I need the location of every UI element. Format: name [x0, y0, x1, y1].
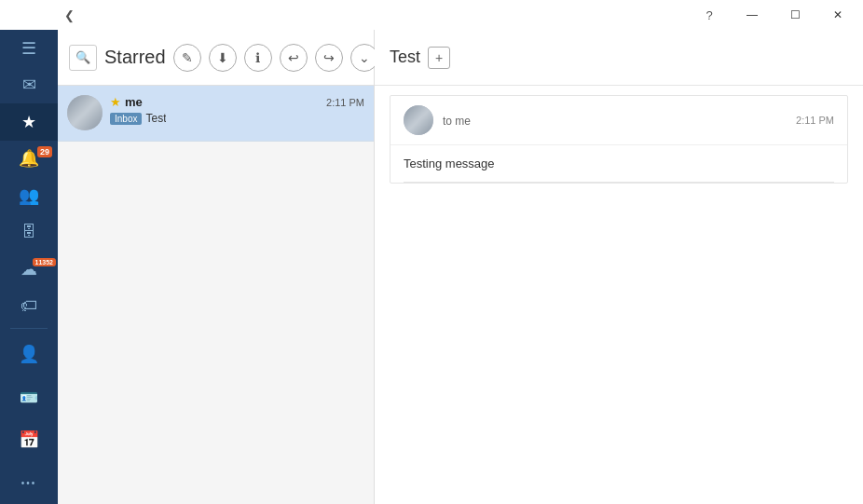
email-sender: me [125, 95, 143, 109]
contact-card-icon: 🪪 [20, 388, 38, 406]
bell-icon: 🔔 [19, 148, 39, 169]
sidebar-item-calendar[interactable]: 📅 [0, 418, 58, 461]
sidebar-item-cloud[interactable]: ☁ 11352 [0, 251, 58, 288]
edit-button[interactable]: ✎ [173, 44, 201, 72]
next-button[interactable]: ↪ [315, 44, 343, 72]
more-icon: ••• [21, 478, 37, 488]
message-avatar [404, 105, 433, 135]
search-box[interactable]: 🔍 [69, 45, 97, 71]
info-button[interactable]: ℹ [244, 44, 272, 72]
sidebar: ☰ ✉ ★ 🔔 29 👥 🗄 ☁ 11352 🏷 👤 [0, 30, 58, 504]
message-divider [404, 182, 834, 183]
sidebar-item-more[interactable]: ••• [0, 461, 58, 504]
email-header-row: ★ me 2:11 PM [110, 95, 364, 109]
middle-panel: 🔍 Starred ✎ ⬇ ℹ ↩ ↪ ⌄ ★ me [58, 30, 375, 504]
message-meta: to me [443, 112, 787, 129]
page-title: Starred [104, 47, 166, 68]
message-to: to me [443, 115, 471, 128]
sidebar-item-person[interactable]: 👤 [0, 333, 58, 375]
sidebar-item-contact-card[interactable]: 🪪 [0, 375, 58, 418]
sidebar-item-inbox[interactable]: ✉ [0, 67, 58, 104]
message-card: to me 2:11 PM Testing message [390, 95, 848, 184]
list-item[interactable]: ★ me 2:11 PM Inbox Test [58, 86, 374, 142]
calendar-icon: 📅 [19, 429, 39, 450]
hamburger-icon: ☰ [21, 38, 36, 59]
email-subject: Test [145, 112, 166, 125]
avatar-blur [404, 105, 433, 135]
tags-icon: 🏷 [21, 296, 37, 316]
email-tags: Inbox Test [110, 112, 364, 125]
sidebar-item-work[interactable]: 🗄 [0, 214, 58, 252]
back-button[interactable]: ❮ [56, 0, 82, 30]
minimize-button[interactable]: — [731, 0, 774, 30]
notification-badge: 29 [37, 146, 52, 157]
right-panel: Test + to me 2:11 PM Testing message [375, 30, 863, 504]
tag-inbox: Inbox [110, 113, 142, 125]
briefcase-icon: 🗄 [21, 224, 36, 240]
message-body: Testing message [390, 145, 847, 182]
avatar [67, 95, 103, 130]
thread-title: Test [390, 48, 420, 67]
title-bar: ❮ ? — ☐ ✕ [0, 0, 863, 30]
toolbar: 🔍 Starred ✎ ⬇ ℹ ↩ ↪ ⌄ [58, 30, 374, 86]
app-container: ☰ ✉ ★ 🔔 29 👥 🗄 ☁ 11352 🏷 👤 [0, 0, 863, 504]
sidebar-item-contacts[interactable]: 👥 [0, 177, 58, 214]
sidebar-item-tags[interactable]: 🏷 [0, 288, 58, 325]
email-list: ★ me 2:11 PM Inbox Test [58, 86, 374, 504]
search-icon: 🔍 [75, 50, 90, 64]
maximize-button[interactable]: ☐ [774, 0, 816, 30]
sidebar-item-menu[interactable]: ☰ [0, 30, 58, 67]
inbox-icon: ✉ [22, 75, 36, 95]
email-content: ★ me 2:11 PM Inbox Test [110, 95, 364, 125]
avatar-image [67, 95, 103, 130]
close-button[interactable]: ✕ [816, 0, 859, 30]
message-header: to me 2:11 PM [390, 96, 847, 145]
sidebar-item-notifications[interactable]: 🔔 29 [0, 141, 58, 178]
starred-icon: ★ [110, 95, 121, 109]
prev-button[interactable]: ↩ [280, 44, 308, 72]
star-icon: ★ [21, 112, 36, 132]
right-header: Test + [375, 30, 863, 86]
title-bar-controls: ? — ☐ ✕ [688, 0, 859, 30]
message-timestamp: 2:11 PM [796, 115, 834, 126]
person-icon: 👤 [19, 344, 39, 364]
download-button[interactable]: ⬇ [209, 44, 237, 72]
title-bar-nav: ❮ [56, 0, 82, 30]
sidebar-divider [10, 328, 48, 329]
message-container: to me 2:11 PM Testing message [375, 86, 863, 504]
email-sender-row: ★ me [110, 95, 143, 109]
sidebar-item-starred[interactable]: ★ [0, 103, 58, 141]
cloud-badge: 11352 [33, 258, 56, 266]
sidebar-bottom: 👤 🪪 📅 ••• [0, 324, 58, 504]
email-time: 2:11 PM [326, 97, 364, 108]
help-button[interactable]: ? [688, 0, 731, 30]
add-tab-button[interactable]: + [428, 47, 450, 69]
contacts-icon: 👥 [19, 185, 39, 206]
